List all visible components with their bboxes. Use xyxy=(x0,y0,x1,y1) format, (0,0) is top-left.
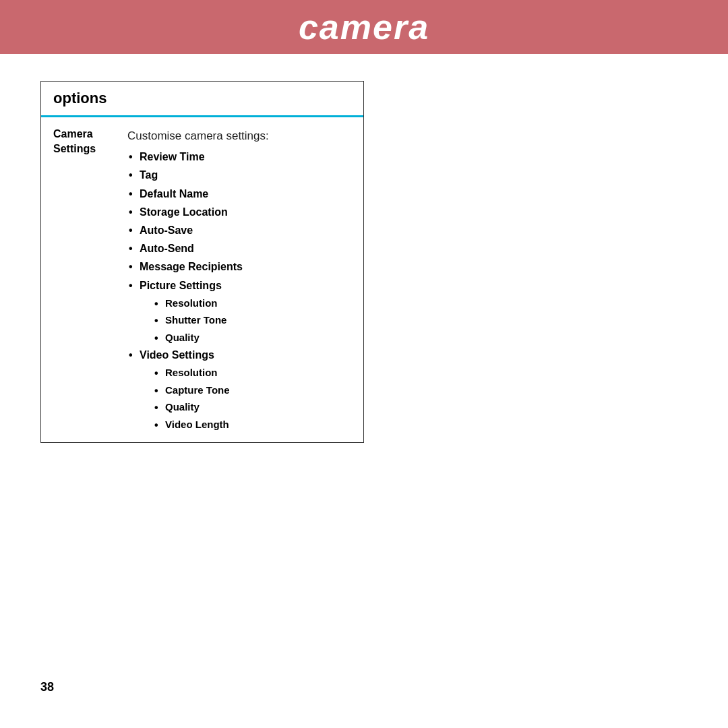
sub-list-item: Shutter Tone xyxy=(153,311,351,329)
list-item: Auto-Send xyxy=(127,239,351,257)
video-settings-sub-list: Resolution Capture Tone Quality Video Le… xyxy=(140,364,351,433)
sub-list-item: Quality xyxy=(153,398,351,416)
page-number: 38 xyxy=(40,680,54,694)
list-item: Tag xyxy=(127,166,351,184)
camera-settings-row: Camera Settings Customise camera setting… xyxy=(41,117,363,442)
picture-settings-item: Picture Settings Resolution Shutter Tone… xyxy=(127,276,351,346)
sub-list-item: Video Length xyxy=(153,416,351,433)
list-item: Review Time xyxy=(127,148,351,166)
options-heading: options xyxy=(41,82,363,117)
intro-text: Customise camera settings: xyxy=(127,127,351,145)
list-item: Storage Location xyxy=(127,203,351,221)
page-header: camera xyxy=(0,0,728,54)
options-table: options Camera Settings Customise camera… xyxy=(40,81,364,443)
list-item: Default Name xyxy=(127,185,351,203)
sub-list-item: Capture Tone xyxy=(153,382,351,399)
page-title: camera xyxy=(299,7,429,47)
list-item: Message Recipients xyxy=(127,257,351,276)
video-settings-item: Video Settings Resolution Capture Tone Q… xyxy=(127,346,351,433)
camera-settings-content: Customise camera settings: Review Time T… xyxy=(127,127,351,433)
list-item: Auto-Save xyxy=(127,221,351,239)
camera-settings-label: Camera Settings xyxy=(53,127,127,433)
main-list: Review Time Tag Default Name Storage Loc… xyxy=(127,148,351,433)
sub-list-item: Resolution xyxy=(153,295,351,312)
sub-list-item: Quality xyxy=(153,329,351,346)
page-content: options Camera Settings Customise camera… xyxy=(0,54,728,470)
sub-list-item: Resolution xyxy=(153,364,351,382)
picture-settings-sub-list: Resolution Shutter Tone Quality xyxy=(140,295,351,346)
